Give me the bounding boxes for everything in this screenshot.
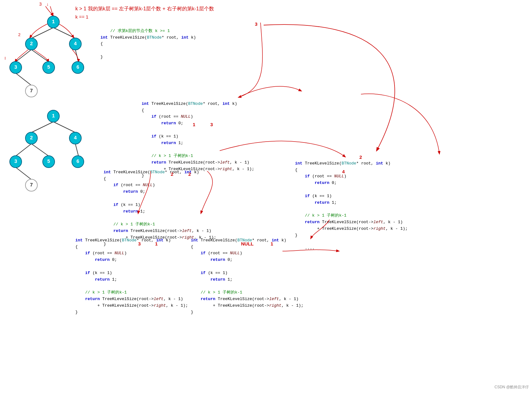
annotation-2-right2: 2: [359, 154, 362, 160]
annotation-1-botmid: 1: [271, 241, 273, 246]
tree1-node5: 5: [42, 61, 55, 74]
svg-line-11: [16, 167, 31, 180]
annotation-3-mid: 3: [210, 122, 213, 127]
svg-line-5: [16, 73, 31, 85]
tree2-node1: 1: [47, 110, 60, 122]
code-block-bottom-left: int TreeKLevelSize(BTNode* root, int k) …: [75, 231, 188, 322]
svg-text:3: 3: [39, 2, 42, 7]
tree1-node1: 1: [47, 16, 60, 28]
top-code-block: // 求第k层的节点个数 k >= 1 int TreeKLevelSize(B…: [100, 21, 196, 67]
annotation-2-right: 2: [188, 171, 191, 177]
annotation-3-top: 3: [255, 21, 257, 27]
tree2-node5: 5: [42, 155, 55, 168]
annotation-1-mid: 1: [193, 122, 195, 127]
svg-line-4: [75, 50, 78, 62]
tree2-node3: 3: [9, 155, 22, 168]
annotation-null-botmid: NULL: [241, 241, 254, 246]
tree1-node3: 3: [9, 61, 22, 74]
svg-text:2: 2: [18, 32, 20, 37]
main-container: k > 1 我的第k层 == 左子树第k-1层个数 + 右子树的第k-1层个数 …: [0, 0, 532, 393]
header-line1: k > 1 我的第k层 == 左子树第k-1层个数 + 右子树的第k-1层个数: [75, 6, 214, 12]
svg-line-2: [16, 50, 31, 62]
header-line2: k == 1: [75, 14, 89, 19]
svg-line-8: [16, 144, 31, 156]
svg-line-1: [53, 28, 75, 38]
svg-line-3: [31, 50, 49, 62]
svg-line-10: [75, 144, 78, 156]
tree2-node4: 4: [69, 132, 82, 144]
tree1-node7: 7: [25, 85, 38, 97]
annotation-4-right: 4: [342, 169, 345, 174]
svg-text:↓: ↓: [46, 2, 49, 7]
tree1-node2: 2: [25, 38, 38, 50]
annotation-3-botleft: 3: [138, 241, 141, 246]
svg-line-0: [31, 28, 53, 38]
svg-line-9: [31, 144, 49, 156]
tree1-node4: 4: [69, 38, 82, 50]
watermark: CSDN @酷帅且洋仔: [494, 385, 529, 390]
annotation-2-left: 2: [171, 171, 173, 177]
tree2-node7: 7: [25, 179, 38, 191]
svg-line-7: [53, 122, 75, 132]
tree2-node2: 2: [25, 132, 38, 144]
svg-line-6: [31, 122, 53, 132]
svg-text:l: l: [5, 56, 6, 61]
arrows-svg: 3 ↓ 2 l δ: [0, 0, 532, 393]
code-block-right: int TreeKLevelSize(BTNode* root, int k) …: [295, 154, 408, 258]
tree2-node6: 6: [72, 155, 84, 168]
annotation-1-botleft: 1: [155, 241, 158, 246]
tree1-node6: 6: [72, 61, 84, 74]
